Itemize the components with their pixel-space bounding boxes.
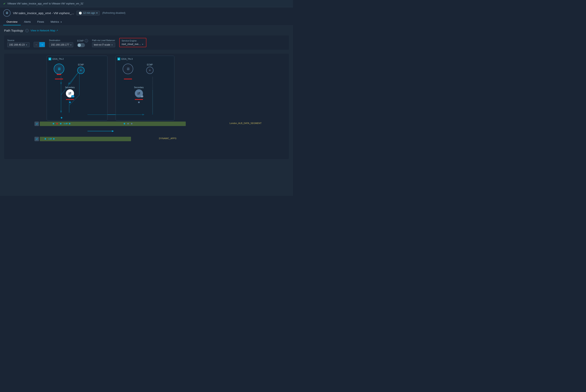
nav-tabs: Overview Alerts Flows Metrics ▾ xyxy=(3,19,290,25)
alb-segment: ⇄ London_ALB_DATA_SEGMENT xyxy=(35,122,193,126)
vm-node-2-icon: 🖥 xyxy=(126,67,130,71)
dynamic-segment-icon: ⇄ xyxy=(35,137,39,141)
metrics-dropdown-arrow: ▾ xyxy=(61,21,62,23)
ecmp-icon-1: ✳ xyxy=(80,69,82,72)
path-topology-header: Path Topology i View in Network Map ↗ xyxy=(4,29,289,32)
alb-port-4 xyxy=(69,123,70,124)
notification-bar: ✔ VMware VM 'sales_invoice_app_vm4' to V… xyxy=(0,0,293,7)
alb-port-1 xyxy=(53,123,54,124)
secondary-node-2: Secondary ⇄ +2 xyxy=(134,86,144,103)
section-title: Path Topology xyxy=(4,29,23,32)
star-node: ✦ xyxy=(60,116,63,119)
source-select-arrow: ▾ xyxy=(26,44,27,46)
esxi-tn2-container: ■ ESXi_TN-2 🖥 ECMP ✳ Secondary xyxy=(47,56,108,120)
vm-node-1-circle: 🖥 xyxy=(54,64,64,74)
dyn-port-2 xyxy=(53,138,55,140)
tab-alerts[interactable]: Alerts xyxy=(21,19,34,25)
refreshing-status: (Refreshing disabled) xyxy=(102,12,125,14)
alb-segment-label: London_ALB_DATA_SEGMENT xyxy=(229,122,261,124)
alb-port-3 xyxy=(60,123,62,124)
view-network-map-link[interactable]: View in Network Map ↗ xyxy=(31,29,58,32)
page-header: 🖥 VM sales_invoice_app_vm4 - VM vsphere_… xyxy=(0,7,293,26)
ecmp-node-2: ECMP ✳ xyxy=(146,64,153,74)
source-label: Source xyxy=(7,39,30,42)
ecmp-info-icon[interactable]: i xyxy=(85,39,88,42)
alb-segment-icon: ⇄ xyxy=(35,122,39,126)
alb-segment-line xyxy=(40,122,186,126)
direction-buttons: ← → xyxy=(34,42,45,47)
esxi-tn2-icon: ■ xyxy=(49,58,51,60)
ecmp-label-1: ECMP xyxy=(78,64,84,66)
secondary-circle-2: ⇄ +2 xyxy=(135,89,143,98)
service-engine-label: Service Engine xyxy=(122,40,144,42)
ecmp-circle-2: ✳ xyxy=(146,67,153,74)
ecmp-node-1: ECMP ✳ xyxy=(77,64,85,74)
topology-diagram: ■ ESXi_TN-2 🖥 ECMP ✳ Secondary xyxy=(4,54,289,159)
clock-icon: 🕐 xyxy=(79,12,82,14)
svg-marker-6 xyxy=(112,130,114,132)
secondary-circle-1: ⇄ +3 xyxy=(66,89,74,98)
esxi-tn3-container: ■ ESXi_TN-3 🖥 ECMP ✳ Secondary xyxy=(116,56,174,120)
vm-node-1-icon: 🖥 xyxy=(57,67,61,71)
alb-port-6 xyxy=(127,123,129,124)
esxi-tn3-label: ■ ESXi_TN-3 xyxy=(117,58,173,60)
tab-metrics[interactable]: Metrics ▾ xyxy=(47,19,65,25)
ecmp-icon-2: ✳ xyxy=(149,69,151,72)
destination-select[interactable]: 192.168.100.177 ▾ xyxy=(49,42,73,47)
secondary-node-1: Secondary ⇄ +3 xyxy=(65,86,75,103)
dyn-port-1 xyxy=(45,138,46,140)
time-badge[interactable]: 🕐 12 min ago ▾ xyxy=(77,11,100,16)
direction-control: ← → xyxy=(34,39,45,47)
alb-port-5 xyxy=(124,123,125,124)
dynamic-segment-label: DYNAMIC_APPS xyxy=(159,137,176,140)
ecmp-circle-1: ✳ xyxy=(77,67,85,74)
ecmp-label-2: ECMP xyxy=(147,64,153,66)
main-content: Path Topology i View in Network Map ↗ So… xyxy=(0,26,293,196)
direction-right-button[interactable]: → xyxy=(39,42,45,47)
path-via-lb-select[interactable]: test-vs-l7-scale ▾ xyxy=(92,42,115,47)
lb-select-arrow: ▾ xyxy=(112,44,113,46)
time-dropdown-icon: ▾ xyxy=(96,12,98,14)
ecmp-toggle[interactable] xyxy=(77,43,85,47)
direction-left-button[interactable]: ← xyxy=(34,42,39,47)
vm-icon: 🖥 xyxy=(3,9,11,16)
esxi-tn3-icon: ■ xyxy=(117,58,120,60)
secondary-label-1: Secondary xyxy=(65,86,75,88)
destination-control: Destination 192.168.100.177 ▾ xyxy=(49,39,73,47)
path-topology-info-icon[interactable]: i xyxy=(25,29,29,32)
path-via-lb-label: Path via Load Balancer xyxy=(92,39,115,42)
controls-row: Source 192.168.40.23 ▾ ← → Desti xyxy=(4,36,289,50)
source-select[interactable]: 192.168.40.23 ▾ xyxy=(7,42,30,47)
ecmp-label: ECMP xyxy=(77,40,84,42)
alb-port-2 xyxy=(56,123,58,124)
tab-flows[interactable]: Flows xyxy=(34,19,47,25)
destination-label: Destination xyxy=(49,39,73,42)
source-control: Source 192.168.40.23 ▾ xyxy=(7,39,30,47)
tab-overview[interactable]: Overview xyxy=(3,19,21,25)
path-via-lb-control: Path via Load Balancer test-vs-l7-scale … xyxy=(92,39,115,47)
service-engine-select[interactable]: nsxt_cloud_ove… ▾ xyxy=(122,43,144,46)
monitor-icon: 🖥 xyxy=(5,11,9,15)
external-link-icon: ↗ xyxy=(56,29,58,32)
alb-arrow xyxy=(64,123,68,124)
notification-message: VMware VM 'sales_invoice_app_vm4' to VMw… xyxy=(7,2,84,5)
service-engine-control: Service Engine nsxt_cloud_ove… ▾ xyxy=(119,38,146,47)
secondary-label-2: Secondary xyxy=(134,86,144,88)
dyn-arrow xyxy=(51,138,52,140)
secondary-badge-2: +2 xyxy=(140,95,143,98)
dynamic-segment: ⇄ DYNAMIC_APPS xyxy=(35,137,136,141)
vm-node-2: 🖥 xyxy=(123,64,133,74)
check-icon: ✔ xyxy=(3,2,6,5)
secondary-badge-1: +3 xyxy=(71,95,74,98)
page-title: VM sales_invoice_app_vm4 - VM vsphere_..… xyxy=(13,11,74,15)
vm-node-2-circle: 🖥 xyxy=(123,64,133,74)
ecmp-control: ECMP i xyxy=(77,39,88,47)
se-select-arrow: ▾ xyxy=(142,43,143,46)
alb-port-7 xyxy=(131,123,132,124)
esxi-tn2-label: ■ ESXi_TN-2 xyxy=(49,58,106,60)
vm-node-1: 🖥 xyxy=(54,64,64,74)
dest-select-arrow: ▾ xyxy=(70,44,71,46)
vm-node-1-red-bar xyxy=(57,74,61,75)
time-ago-value: 12 min ago xyxy=(83,12,95,14)
